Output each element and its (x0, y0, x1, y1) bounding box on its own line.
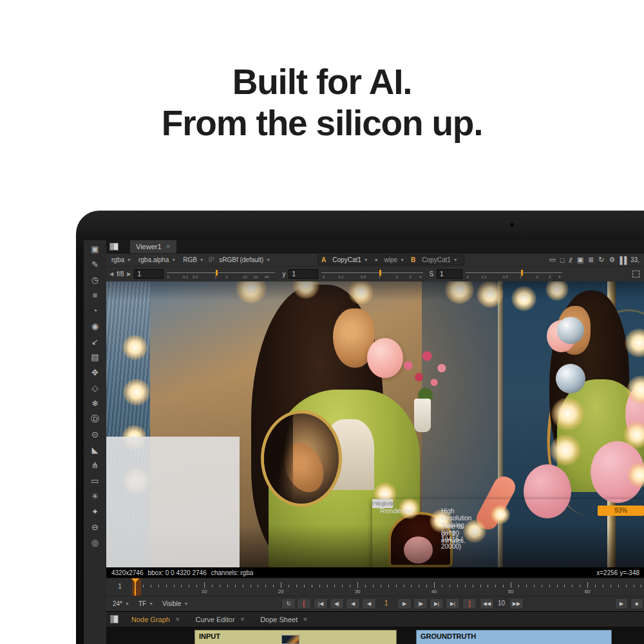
tab-node-graph[interactable]: Node Graph✕ (124, 612, 187, 627)
ruler-tick (388, 585, 389, 587)
ruler-tick-label: 50 (508, 589, 514, 594)
input-process-toggle[interactable]: IP (209, 256, 214, 263)
furnace-icon[interactable]: ✳ (88, 491, 103, 502)
timeline-playhead-handle[interactable] (131, 578, 139, 583)
ruler-tick (258, 585, 258, 587)
loop-mode-button[interactable]: ↻ (281, 598, 296, 609)
transform-icon[interactable]: ✥ (88, 367, 103, 378)
proxy-icon[interactable]: // (569, 256, 572, 264)
pause-icon[interactable]: ▌▌ (620, 256, 629, 264)
input-a-dropdown[interactable]: CopyCat1▼ (330, 256, 370, 263)
close-icon[interactable]: ✕ (240, 616, 245, 623)
pane-menu-icon[interactable] (109, 243, 118, 251)
particles-icon[interactable]: ❄ (88, 398, 103, 409)
monitor-out-icon[interactable]: ▭ (549, 256, 555, 264)
ruler-tick (442, 585, 442, 587)
s-slider[interactable]: 00.10.51234 (466, 269, 562, 280)
ruler-tick (151, 585, 151, 587)
ruler-tick (135, 585, 136, 587)
prev-keyframe-button[interactable]: ◀| (330, 598, 344, 609)
input-b-dropdown[interactable]: CopyCat1▼ (419, 256, 460, 263)
node-graph[interactable]: INPUT GROUNDTRUTH (106, 627, 644, 644)
region-icon[interactable]: □ (560, 256, 564, 264)
current-frame-field[interactable]: 1 (384, 600, 388, 607)
viewer-node-icon[interactable]: ▣ (88, 243, 103, 254)
in-point-button[interactable]: [ (297, 598, 311, 609)
close-icon[interactable]: ✕ (303, 616, 308, 623)
target-icon[interactable]: ◎ (88, 537, 103, 548)
settings-gear-icon[interactable]: ⚙ (609, 256, 615, 264)
render-icon[interactable]: ⊖ (88, 522, 103, 533)
close-icon[interactable]: ✕ (175, 616, 180, 623)
aperture-label[interactable]: f/8 (117, 270, 124, 278)
step-forward-button[interactable]: ▶▶ (509, 598, 524, 609)
display-channels-dropdown[interactable]: RGB▼ (180, 256, 207, 263)
out-point-button[interactable]: ] (462, 598, 477, 609)
gain-prev-button[interactable]: ◀ (109, 271, 113, 277)
frame-increment-field[interactable]: 10 (498, 600, 505, 607)
flipbook-stop-button[interactable]: ■ (630, 598, 643, 609)
channel-icon[interactable]: ≡ (88, 290, 103, 301)
gain-input[interactable]: 1 (134, 269, 164, 279)
flipbook-play-button[interactable]: ▶ (615, 598, 628, 609)
layers-icon[interactable]: ▣ (577, 256, 583, 264)
tab-dope-sheet[interactable]: Dope Sheet✕ (252, 612, 316, 627)
alpha-layer-dropdown[interactable]: rgba.alpha▼ (136, 256, 178, 263)
backdrop-groundtruth[interactable]: GROUNDTRUTH (416, 630, 612, 644)
ruler-tick (542, 585, 542, 587)
stack-icon[interactable]: ≣ (588, 256, 593, 264)
refresh-icon[interactable]: ↻ (598, 256, 603, 264)
slider-tick-label: 4 (419, 275, 421, 279)
tab-viewer1[interactable]: Viewer1 ✕ (130, 240, 176, 253)
play-forward-button[interactable]: ▶ (397, 598, 412, 609)
slider-tick-label: 4 (558, 275, 560, 279)
other-icon[interactable]: ▭ (88, 475, 103, 486)
gamma-slider[interactable]: 00.10.51234 (321, 269, 423, 280)
step-backward-button[interactable]: ◀ (362, 598, 376, 609)
tab-curve-editor[interactable]: Curve Editor✕ (187, 612, 252, 627)
go-to-start-button[interactable]: |◀ (314, 598, 328, 609)
timeline-ruler[interactable]: 1 102030405060 (106, 578, 644, 596)
roi-icon[interactable] (632, 270, 639, 278)
views-icon[interactable]: ⊙ (88, 429, 103, 440)
time-icon[interactable]: ◷ (88, 274, 103, 285)
wipe-dropdown[interactable]: wipe▼ (382, 256, 408, 263)
progress-task: Rendering (380, 507, 413, 515)
play-backward-button[interactable]: ◀ (346, 598, 360, 609)
3d-icon[interactable]: ◇ (88, 383, 103, 393)
tf-dropdown[interactable]: TF▼ (136, 600, 156, 607)
toolsets-icon[interactable]: ⋔ (88, 460, 103, 471)
keyer-icon[interactable]: ↙ (88, 336, 103, 347)
filter-icon[interactable]: ◉ (88, 321, 103, 332)
fps-dropdown[interactable]: 24*▼ (110, 600, 132, 607)
read-node-thumbnail[interactable] (281, 635, 299, 644)
ruler-tick (319, 585, 320, 587)
metadata-icon[interactable]: ◣ (88, 444, 103, 455)
ruler-tick (618, 585, 619, 587)
s-input[interactable]: 1 (437, 269, 462, 279)
close-icon[interactable]: ✕ (166, 243, 171, 250)
gain-next-button[interactable]: ▶ (127, 271, 131, 277)
sparkles-icon[interactable]: ✦ (88, 506, 103, 517)
step-forward-button[interactable]: ▶| (430, 598, 444, 609)
ruler-tick-label: 30 (355, 589, 361, 594)
deep-icon[interactable]: Ⓓ (88, 413, 103, 424)
ruler-tick (296, 585, 297, 587)
ruler-tick (174, 585, 175, 587)
visibility-dropdown[interactable]: Visible▼ (160, 600, 191, 607)
gamma-input[interactable]: 1 (289, 269, 318, 279)
step-back-button[interactable]: ◀◀ (480, 598, 494, 609)
ruler-tick (212, 585, 213, 587)
color-icon[interactable]: ◔ (88, 305, 103, 316)
draw-icon[interactable]: ✎ (88, 259, 103, 270)
next-keyframe-button[interactable]: |▶ (413, 598, 428, 609)
ruler-tick (289, 585, 289, 587)
go-to-end-button[interactable]: ▶| (446, 598, 460, 609)
pane-menu-icon-2[interactable] (110, 615, 118, 623)
merge-icon[interactable]: ▤ (88, 352, 103, 363)
viewer-canvas[interactable]: crop 1Input rgbagroundTruth rgbaoutput r… (106, 281, 644, 567)
layer-dropdown[interactable]: rgba▼ (109, 256, 134, 263)
viewer-lut-dropdown[interactable]: sRGBf (default)▼ (216, 256, 273, 263)
gain-slider[interactable]: 00.10.212102244 (167, 269, 275, 280)
wipe-center-icon[interactable]: ● (375, 257, 378, 263)
